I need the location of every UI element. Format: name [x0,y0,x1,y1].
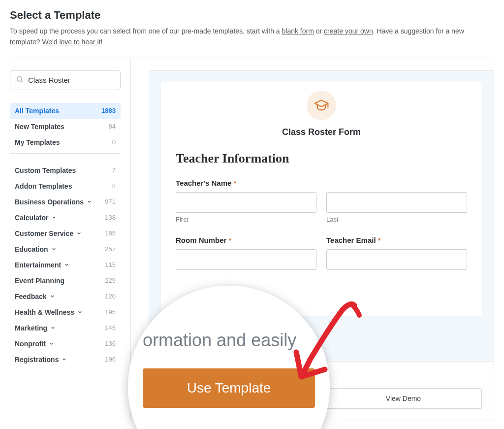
sidebar-item-nonprofit[interactable]: Nonprofit136 [10,336,121,352]
chevron-down-icon [49,341,54,346]
form-section-title: Teacher Information [176,151,467,166]
sidebar-item-count: 7 [112,166,116,174]
form-preview-card: Class Roster Form Teacher Information Te… [161,82,482,316]
sidebar-item-count: 1883 [101,107,116,114]
field-room-number: Room Number * [176,236,316,270]
sidebar-item-education[interactable]: Education257 [10,241,121,257]
sidebar-item-customer-service[interactable]: Customer Service185 [10,226,121,241]
page-header: Select a Template To speed up the proces… [10,9,494,48]
zoom-use-template-button: Use Template [143,368,315,408]
input-last-name[interactable] [326,192,467,213]
sidebar-item-count: 971 [105,198,116,205]
sidebar-item-feedback[interactable]: Feedback120 [10,289,121,304]
sidebar-item-marketing[interactable]: Marketing145 [10,320,121,336]
page-intro: To speed up the process you can select f… [10,26,494,48]
sidebar-item-count: 145 [105,324,116,331]
form-title: Class Roster Form [176,127,467,137]
link-blank-form[interactable]: blank form [282,27,314,35]
sidebar-item-label: Nonprofit [15,340,54,348]
sidebar-item-entertainment[interactable]: Entertainment115 [10,257,121,273]
sidebar-item-count: 196 [105,356,116,363]
sidebar-item-label: Custom Templates [15,166,76,174]
sidebar-item-business-operations[interactable]: Business Operations971 [10,194,121,210]
sidebar-item-label: Addon Templates [15,182,72,190]
search-input[interactable] [10,70,121,90]
sidebar-item-count: 120 [105,293,116,300]
sidebar-item-count: 8 [112,182,116,190]
sidebar-item-label: Education [15,245,57,253]
chevron-down-icon [51,215,57,220]
sidebar-item-count: 0 [112,138,116,146]
sidebar-item-label: Business Operations [15,198,92,206]
sidebar-item-count: 229 [105,277,116,284]
sidebar-item-label: Marketing [15,324,56,332]
sidebar-item-label: My Templates [15,138,60,146]
zoom-text-fragment: ormation and easily [143,330,315,351]
chevron-down-icon [87,199,92,204]
sidebar-item-addon-templates[interactable]: Addon Templates8 [10,178,121,194]
chevron-down-icon [50,294,55,299]
sublabel-last: Last [326,216,467,223]
sidebar-item-count: 195 [105,308,116,316]
link-feedback[interactable]: We'd love to hear it [42,38,100,46]
sidebar-item-registrations[interactable]: Registrations196 [10,352,121,367]
sidebar-item-health-wellness[interactable]: Health & Wellness195 [10,304,121,320]
sidebar-item-my-templates[interactable]: My Templates0 [10,134,121,150]
sidebar-item-new-templates[interactable]: New Templates84 [10,119,121,134]
field-teacher-email: Teacher Email * [326,236,467,270]
svg-line-1 [21,81,23,82]
sidebar-item-label: Customer Service [15,230,82,237]
search-icon [16,75,24,85]
sidebar-item-custom-templates[interactable]: Custom Templates7 [10,163,121,178]
sidebar-item-label: Entertainment [15,261,69,269]
graduation-cap-icon [307,91,336,120]
chevron-down-icon [62,357,67,362]
sidebar-categories-group: Custom Templates7Addon Templates8Busines… [10,163,121,370]
sidebar-item-label: Health & Wellness [15,308,83,316]
chevron-down-icon [51,246,57,252]
sidebar-item-label: Event Planning [15,277,64,285]
view-demo-button[interactable]: View Demo [325,388,482,409]
sidebar-item-event-planning[interactable]: Event Planning229 [10,273,121,289]
sidebar-item-count: 84 [109,123,116,130]
sidebar-item-label: Feedback [15,293,55,300]
sidebar-item-count: 185 [105,230,116,237]
sidebar-item-all-templates[interactable]: All Templates1883 [10,103,121,119]
sidebar-item-calculator[interactable]: Calculator138 [10,210,121,226]
chevron-down-icon [64,262,69,267]
input-first-name[interactable] [176,192,316,213]
input-teacher-email[interactable] [326,249,467,270]
input-room-number[interactable] [176,249,316,270]
sidebar-item-label: New Templates [15,123,64,131]
sidebar-item-count: 115 [105,261,116,268]
sublabel-first: First [176,216,316,223]
chevron-down-icon [76,231,82,236]
chevron-down-icon [77,309,83,315]
sidebar-item-label: All Templates [15,107,59,115]
sidebar-item-count: 138 [105,214,116,221]
search-wrapper [10,70,121,90]
sidebar-primary-group: All Templates1883New Templates84My Templ… [10,103,121,154]
link-create-own[interactable]: create your own [324,27,373,35]
sidebar: All Templates1883New Templates84My Templ… [10,58,131,420]
sidebar-item-label: Registrations [15,356,67,363]
sidebar-item-count: 257 [105,245,116,253]
chevron-down-icon [50,325,56,330]
page-title: Select a Template [10,9,494,22]
svg-point-0 [17,76,22,81]
field-teacher-name: Teacher's Name * First Last [176,179,467,223]
sidebar-item-count: 136 [105,340,116,347]
sidebar-item-label: Calculator [15,214,57,222]
